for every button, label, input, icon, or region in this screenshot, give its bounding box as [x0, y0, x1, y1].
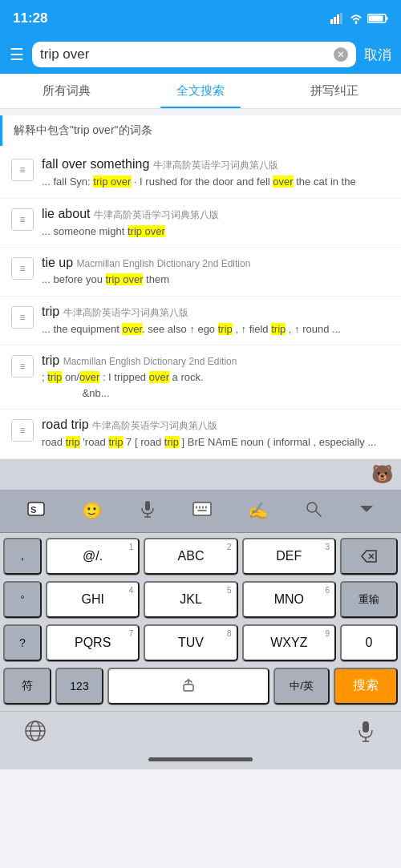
- key-2-abc[interactable]: 2 ABC: [144, 538, 237, 575]
- tab-spell-correct[interactable]: 拼写纠正: [267, 74, 401, 108]
- key-0[interactable]: 0: [340, 624, 398, 661]
- search-input-wrap[interactable]: ✕: [32, 42, 356, 67]
- key-delete[interactable]: [340, 538, 398, 575]
- status-bar: 11:28: [0, 0, 401, 35]
- key-8-tuv[interactable]: 8 TUV: [144, 624, 237, 661]
- key-search[interactable]: 搜索: [334, 668, 398, 704]
- result-item-2[interactable]: ≡ lie about 牛津高阶英语学习词典第八版 ... someone mi…: [0, 199, 401, 248]
- tabs-bar: 所有词典 全文搜索 拼写纠正: [0, 74, 401, 109]
- key-1-at[interactable]: 1 @/.: [46, 538, 140, 575]
- mic-bottom-icon[interactable]: [354, 720, 377, 745]
- key-question[interactable]: ?: [3, 624, 42, 661]
- key-symbol[interactable]: 符: [3, 668, 51, 704]
- result-item-4[interactable]: ≡ trip 牛津高阶英语学习词典第八版 ... the equipment o…: [0, 297, 401, 346]
- signal-icon: [330, 13, 345, 24]
- result-title-5: trip Macmillan English Dictionary 2nd Ed…: [42, 353, 390, 368]
- result-content-3: tie up Macmillan English Dictionary 2nd …: [42, 256, 390, 288]
- swype-icon[interactable]: S: [20, 496, 52, 526]
- result-source-2: 牛津高阶英语学习词典第八版: [94, 209, 219, 220]
- svg-rect-23: [184, 684, 193, 691]
- svg-line-19: [315, 511, 321, 516]
- wifi-icon: [350, 13, 363, 24]
- status-icons: [330, 13, 388, 24]
- result-content-4: trip 牛津高阶英语学习词典第八版 ... the equipment ove…: [42, 305, 390, 337]
- key-row-3: ? 7 PQRS 8 TUV 9 WXYZ 0: [3, 624, 398, 661]
- result-doc-icon-6: ≡: [11, 419, 34, 442]
- svg-rect-0: [330, 19, 333, 24]
- result-content-6: road trip 牛津高阶英语学习词典第八版 road trip 'road …: [42, 418, 390, 450]
- result-excerpt-4: ... the equipment over. see also ↑ ego t…: [42, 321, 390, 337]
- emoji-toolbar-icon[interactable]: 🙂: [75, 498, 108, 523]
- key-row-bottom: 符 123 中/英 搜索: [3, 668, 398, 711]
- result-content-2: lie about 牛津高阶英语学习词典第八版 ... someone migh…: [42, 207, 390, 240]
- emoji-icon: 🐻: [371, 464, 393, 485]
- result-excerpt-2: ... someone might trip over: [42, 224, 390, 240]
- key-row-2: ° 4 GHI 5 JKL 6 MNO 重输: [3, 581, 398, 618]
- result-source-4: 牛津高阶英语学习词典第八版: [63, 307, 188, 318]
- result-doc-icon-2: ≡: [11, 208, 34, 231]
- cancel-button[interactable]: 取消: [364, 46, 391, 64]
- battery-icon: [367, 13, 388, 24]
- key-row-1: ， 1 @/. 2 ABC 3 DEF: [3, 538, 398, 575]
- svg-rect-5: [387, 17, 388, 20]
- section-title: 解释中包含"trip over"的词条: [0, 115, 401, 146]
- key-6-mno[interactable]: 6 MNO: [242, 581, 336, 618]
- svg-rect-2: [337, 14, 339, 24]
- result-doc-icon-5: ≡: [11, 355, 34, 377]
- key-123[interactable]: 123: [55, 668, 103, 704]
- key-9-wxyz[interactable]: 9 WXYZ: [242, 624, 336, 661]
- result-item-6[interactable]: ≡ road trip 牛津高阶英语学习词典第八版 road trip 'roa…: [0, 410, 401, 459]
- home-indicator: [0, 753, 401, 769]
- svg-rect-9: [145, 501, 150, 511]
- handwrite-icon[interactable]: ✍: [241, 498, 274, 523]
- menu-icon[interactable]: ☰: [10, 45, 24, 64]
- tab-all-dicts[interactable]: 所有词典: [0, 74, 134, 108]
- result-source-5: Macmillan English Dictionary 2nd Edition: [63, 356, 237, 367]
- svg-text:S: S: [30, 505, 36, 515]
- key-lang[interactable]: 中/英: [273, 668, 330, 704]
- globe-icon[interactable]: [24, 720, 47, 745]
- results-container: 解释中包含"trip over"的词条 ≡ fall over somethin…: [0, 115, 401, 459]
- status-time: 11:28: [13, 10, 47, 26]
- key-degree[interactable]: °: [3, 581, 42, 618]
- svg-marker-20: [360, 506, 373, 512]
- key-space[interactable]: [107, 668, 269, 704]
- key-comma[interactable]: ，: [3, 538, 42, 575]
- keyboard-icon[interactable]: [186, 499, 218, 523]
- microphone-icon[interactable]: [132, 497, 163, 525]
- tab-full-search[interactable]: 全文搜索: [134, 74, 268, 108]
- result-excerpt-1: ... fall Syn: trip over · I rushed for t…: [42, 174, 390, 190]
- svg-rect-12: [193, 503, 211, 515]
- result-doc-icon-1: ≡: [11, 159, 34, 181]
- key-4-ghi[interactable]: 4 GHI: [46, 581, 140, 618]
- key-3-def[interactable]: 3 DEF: [242, 538, 336, 575]
- key-7-pqrs[interactable]: 7 PQRS: [46, 624, 140, 661]
- result-excerpt-3: ... before you trip over them: [42, 272, 390, 288]
- svg-rect-1: [334, 17, 336, 24]
- result-item-1[interactable]: ≡ fall over something 牛津高阶英语学习词典第八版 ... …: [0, 149, 401, 199]
- result-excerpt-6: road trip 'road trip 7 [ road trip ] BrE…: [42, 434, 390, 450]
- key-5-jkl[interactable]: 5 JKL: [144, 581, 237, 618]
- keyboard: ， 1 @/. 2 ABC 3 DEF ° 4 GHI 5: [0, 533, 401, 711]
- search-bar: ☰ ✕ 取消: [0, 35, 401, 74]
- result-title-4: trip 牛津高阶英语学习词典第八版: [42, 305, 390, 320]
- result-item-5[interactable]: ≡ trip Macmillan English Dictionary 2nd …: [0, 345, 401, 410]
- result-title-6: road trip 牛津高阶英语学习词典第八版: [42, 418, 390, 433]
- search-toolbar-icon[interactable]: [298, 497, 329, 525]
- bottom-bar: [0, 711, 401, 753]
- emoji-bar: 🐻: [0, 459, 401, 490]
- result-content-5: trip Macmillan English Dictionary 2nd Ed…: [42, 353, 390, 401]
- search-input[interactable]: [40, 46, 329, 63]
- result-title-1: fall over something 牛津高阶英语学习词典第八版: [42, 157, 390, 172]
- collapse-icon[interactable]: [352, 498, 381, 524]
- result-title-3: tie up Macmillan English Dictionary 2nd …: [42, 256, 390, 270]
- key-reenter[interactable]: 重输: [340, 581, 398, 618]
- result-source-3: Macmillan English Dictionary 2nd Edition: [77, 258, 251, 269]
- svg-rect-6: [369, 16, 383, 22]
- clear-button[interactable]: ✕: [334, 47, 348, 62]
- result-item-3[interactable]: ≡ tie up Macmillan English Dictionary 2n…: [0, 248, 401, 297]
- result-source-6: 牛津高阶英语学习词典第八版: [92, 420, 217, 431]
- svg-rect-32: [363, 721, 369, 733]
- result-title-2: lie about 牛津高阶英语学习词典第八版: [42, 207, 390, 222]
- result-doc-icon-4: ≡: [11, 306, 34, 329]
